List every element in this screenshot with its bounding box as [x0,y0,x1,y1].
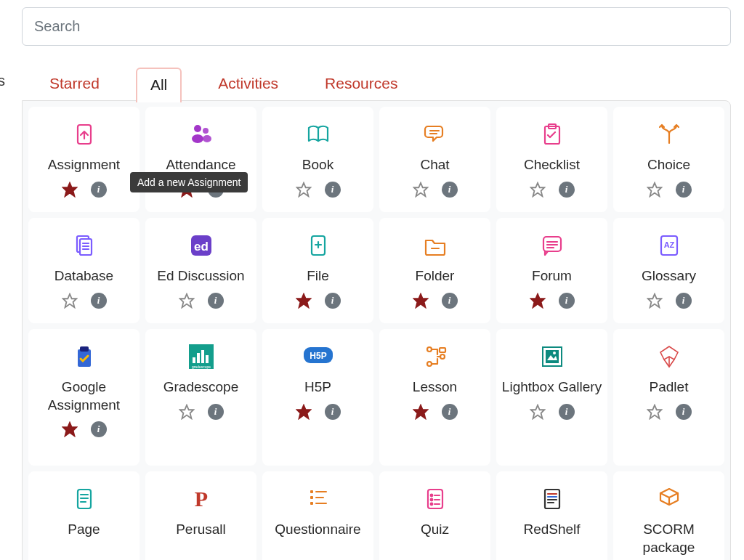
info-icon[interactable]: i [325,404,341,420]
star-icon[interactable] [647,293,663,309]
svg-marker-14 [647,183,660,196]
svg-point-4 [203,128,209,134]
tab-starred[interactable]: Starred [39,68,110,100]
info-icon[interactable]: i [91,293,107,309]
assignment-icon [70,118,99,150]
activity-label: Assignment [44,156,124,174]
activity-card[interactable]: SCORM package [613,471,724,560]
activity-card[interactable]: Chati [379,107,490,212]
info-icon[interactable]: i [676,404,692,420]
h5p-icon: H5P [302,341,334,373]
card-actions: i [296,182,341,198]
svg-rect-69 [315,491,327,492]
forum-icon [538,230,567,261]
star-icon[interactable] [179,293,195,309]
star-icon[interactable] [62,421,78,437]
svg-point-75 [430,495,432,497]
activity-card[interactable]: Filei [262,218,373,323]
star-icon[interactable] [413,182,429,198]
activity-card[interactable]: H5PH5Pi [262,329,373,466]
svg-point-3 [192,134,203,143]
gradescope-icon: gradescope [186,341,217,373]
info-icon[interactable]: i [442,293,458,309]
tab-resources[interactable]: Resources [315,68,408,100]
star-icon[interactable] [62,293,78,309]
info-icon[interactable]: i [559,293,575,309]
svg-marker-48 [179,405,193,418]
star-icon[interactable] [62,182,78,198]
star-icon[interactable] [530,404,546,420]
tab-activities[interactable]: Activities [208,68,288,100]
activity-card[interactable]: Checklisti [496,107,607,212]
card-actions: i [530,404,575,420]
activity-card[interactable]: edEd Discussioni [145,218,256,323]
activity-label: Ed Discussion [153,267,248,285]
svg-rect-45 [201,350,204,363]
card-actions: i [62,182,107,198]
attendance-icon [187,118,216,150]
activity-card[interactable]: Lightbox Galleryi [496,329,607,466]
card-actions: i [179,293,224,309]
file-icon [304,230,333,261]
activity-card[interactable]: PPerusall [145,471,256,560]
svg-text:AZ: AZ [663,240,674,249]
tab-all[interactable]: All [136,68,182,102]
info-icon[interactable]: i [325,182,341,198]
info-icon[interactable]: i [91,182,107,198]
search-input[interactable] [22,7,731,46]
svg-rect-43 [193,357,195,363]
activity-card[interactable]: AZGlossaryi [613,218,724,323]
star-icon[interactable] [296,182,312,198]
info-icon[interactable]: i [442,404,458,420]
activity-card[interactable]: Choicei [613,107,724,212]
info-icon[interactable]: i [325,293,341,309]
activity-card[interactable]: Google Assignmenti [28,329,140,466]
star-icon[interactable] [530,293,546,309]
star-icon[interactable] [296,293,312,309]
activity-card[interactable]: Databasei [28,218,140,323]
info-icon[interactable]: i [676,293,692,309]
svg-marker-1 [62,183,76,196]
scorm-icon [655,483,684,515]
star-icon[interactable] [530,182,546,198]
card-actions: i [647,293,692,309]
star-icon[interactable] [296,404,312,420]
star-icon[interactable] [179,404,195,420]
activity-card[interactable]: Padleti [613,329,724,466]
activity-card[interactable]: Quiz [379,471,490,560]
activity-card[interactable]: Lessoni [379,329,490,466]
svg-point-2 [194,125,201,132]
activity-card[interactable]: AssignmentiAdd a new Assignment [28,107,140,212]
info-icon[interactable]: i [676,182,692,198]
svg-point-5 [203,135,211,142]
activity-card[interactable]: Booki [262,107,373,212]
info-icon[interactable]: i [91,421,107,437]
activity-card[interactable]: Forumi [496,218,607,323]
info-icon[interactable]: i [442,182,458,198]
activity-card[interactable]: Attendancei [145,107,256,212]
tabs: Starred All Activities Resources [22,66,731,101]
chat-icon [421,118,450,150]
star-icon[interactable] [647,404,663,420]
star-icon[interactable] [413,293,429,309]
choice-icon [655,118,684,150]
folder-icon [421,230,450,261]
activity-card[interactable]: RedShelf [496,471,607,560]
page-icon [70,483,99,515]
info-icon[interactable]: i [208,293,224,309]
info-icon[interactable]: i [559,404,575,420]
info-icon[interactable]: i [559,182,575,198]
activity-card[interactable]: Folderi [379,218,490,323]
database-icon [70,230,99,261]
activity-label: Gradescope [159,378,243,397]
star-icon[interactable] [413,404,429,420]
activity-label: Database [50,267,118,285]
activity-card[interactable]: gradescopeGradescopei [145,329,256,466]
activity-card[interactable]: Questionnaire [262,471,373,560]
google-icon [70,341,99,373]
activity-label: Lesson [408,378,461,397]
info-icon[interactable]: i [208,404,224,420]
svg-rect-46 [206,355,209,363]
activity-card[interactable]: Page [28,471,140,560]
star-icon[interactable] [647,182,663,198]
